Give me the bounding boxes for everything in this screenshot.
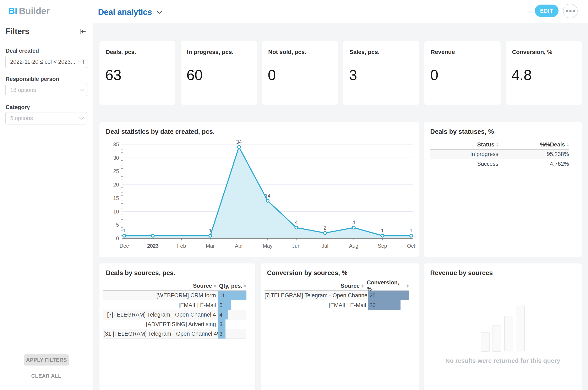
x-axis-label: Feb [177,243,186,249]
data-point-label: 1 [410,228,412,233]
bar-value: 3 [220,321,222,328]
deal-created-value: 2022-11-20 ≤ col < 2023... [10,59,78,65]
column-header-value[interactable]: Conversion, % [367,279,409,292]
sort-icon[interactable] [496,143,498,146]
x-axis-label: Aug [349,243,358,249]
value-bar: 4 [218,310,228,319]
bar-value: 20 [370,302,376,308]
table-row: [7|TELEGRAM] Telegram - Open Channel 425 [265,291,409,300]
placeholder-bar [516,306,525,351]
bar-cell: 4 [218,310,228,319]
status-cell: In progress [430,151,498,157]
value-bar: 3 [218,319,226,329]
data-point-label: 1 [151,228,154,233]
kpi-label: Sales, pcs. [350,49,380,55]
y-axis-label: 10 [113,209,119,214]
kpi-label: In progress, pcs. [187,49,233,55]
category-select[interactable]: 5 options [5,112,87,124]
x-axis-label: 2023 [147,243,159,249]
data-point-marker [381,234,384,237]
app-logo: BIBuilder [8,6,50,16]
data-point-label: 4 [352,219,355,225]
data-point-label: 1 [381,228,384,233]
kpi-card-2: Not sold, pcs.0 [262,41,338,105]
calendar-icon [78,59,84,65]
kpi-label: Not sold, pcs. [268,49,306,55]
sort-icon[interactable] [244,284,246,288]
responsible-person-select[interactable]: 18 options [5,84,87,96]
y-axis-label: 0 [116,236,119,241]
table-row: Success4.762% [430,159,569,169]
sort-icon[interactable] [214,284,216,288]
sort-icon[interactable] [407,284,409,288]
data-point-marker [295,226,298,229]
value-bar: 20 [368,300,401,310]
percent-cell: 4.762% [498,161,569,167]
table-row: [ADVERTISING] Advertising3 [103,319,246,329]
deals-by-sources-panel: Deals by sources, pcs. SourceQty, pcs.[W… [100,263,255,390]
y-axis-label: 5 [116,222,119,228]
source-cell: [EMAIL] E-Mail [103,302,216,308]
data-point-marker [266,199,269,202]
column-header-deals-percent[interactable]: %%Deals [498,142,569,148]
deal-created-input[interactable]: 2022-11-20 ≤ col < 2023... [5,56,87,68]
table-row: [EMAIL] E-Mail20 [265,300,409,310]
bar-cell: 5 [218,300,231,310]
x-axis-label: Jul [322,243,328,249]
bar-value: 4 [220,312,222,318]
sidebar-divider [0,353,93,353]
dashboard-title-dropdown[interactable]: Deal analytics [98,7,162,17]
source-cell: [31 |TELEGRAM] Telegram - Open Channel 4… [103,331,216,337]
data-point-marker [410,234,412,237]
bar-value: 5 [220,302,222,308]
kpi-value: 0 [430,68,438,82]
table-row: [WEBFORM] CRM form11 [103,291,246,300]
table-header-row: SourceConversion, % [265,281,409,291]
apply-filters-button[interactable]: APPLY FILTERS [24,354,69,366]
kpi-value: 3 [349,68,357,82]
bar-cell: 3 [218,319,226,329]
source-cell: [7|TELEGRAM] Telegram - Open Channel 4 [103,312,216,318]
value-bar: 11 [218,291,246,300]
status-cell: Success [430,161,498,167]
kpi-card-3: Sales, pcs.3 [343,41,419,105]
column-header-source[interactable]: Source [265,283,363,289]
column-header-source[interactable]: Source [103,283,216,289]
y-axis-label: 30 [113,155,119,161]
column-header-status[interactable]: Status [430,142,498,148]
kpi-value: 63 [105,68,121,82]
bar-cell: 11 [218,291,246,300]
revenue-by-sources-panel: Revenue by sources No results were retur… [424,263,582,390]
x-axis-label: Mar [206,243,215,249]
table-header-row: Status%%Deals [430,140,569,149]
deals-by-statuses-title: Deals by statuses, % [430,128,494,136]
column-header-value[interactable]: Qty, pcs. [219,283,246,289]
more-options-button[interactable] [563,4,578,18]
source-cell: [EMAIL] E-Mail [265,302,366,308]
filters-title: Filters [6,27,29,36]
bar-value: 11 [220,292,225,299]
sort-icon[interactable] [361,284,363,288]
edit-button[interactable]: EDIT [535,4,559,17]
kpi-card-0: Deals, pcs.63 [100,41,176,105]
conversion-by-sources-title: Conversion by sources, % [267,269,348,277]
dashboard-title: Deal analytics [98,7,152,17]
sort-icon[interactable] [567,143,569,146]
x-axis-label: Sep [378,243,387,249]
bar-value: 25 [370,292,376,299]
responsible-person-label: Responsible person [6,76,59,82]
data-point-label: 1 [209,228,212,233]
conversion-by-sources-panel: Conversion by sources, % SourceConversio… [261,263,419,390]
kpi-label: Revenue [431,49,455,55]
kpi-row: Deals, pcs.63In progress, pcs.60Not sold… [100,41,582,105]
table-header-row: SourceQty, pcs. [103,281,246,291]
collapse-sidebar-icon[interactable] [78,27,87,36]
conversion-table: SourceConversion, %[7|TELEGRAM] Telegram… [265,281,409,310]
filters-sidebar: Filters Deal created 2022-11-20 ≤ col < … [0,23,93,390]
clear-all-button[interactable]: CLEAR ALL [0,373,93,379]
x-axis-label: Dec [119,243,129,249]
responsible-person-value: 18 options [10,87,79,93]
placeholder-bar [504,316,513,351]
data-point-marker [123,234,126,237]
kpi-value: 4.8 [512,68,532,82]
